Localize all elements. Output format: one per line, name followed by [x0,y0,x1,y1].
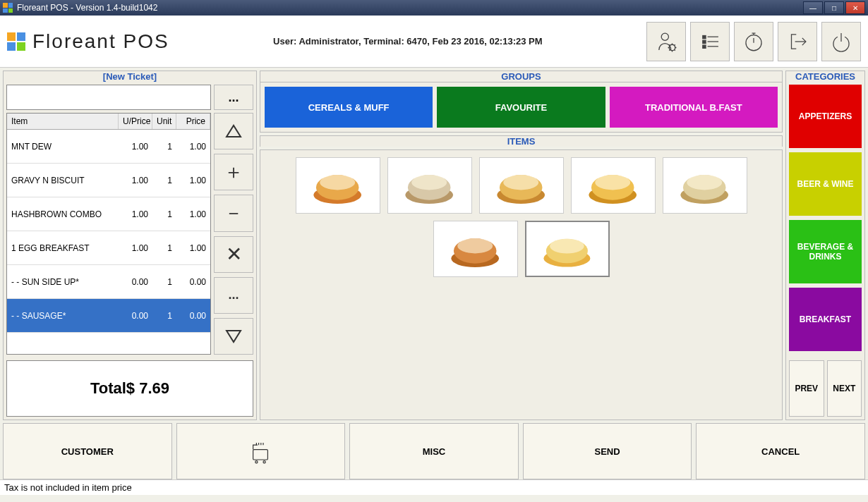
food-image [396,164,462,207]
svg-point-15 [320,175,356,190]
customer-button[interactable]: CUSTOMER [3,423,172,479]
scroll-down-button[interactable] [214,318,253,355]
ticket-row[interactable]: - - SAUSAGE*0.0010.00 [7,299,210,333]
category-button[interactable]: APPETIZERS [789,85,862,148]
food-image [304,164,370,207]
svg-point-27 [687,175,723,190]
item-7[interactable] [525,221,610,277]
window-maximize-button[interactable]: □ [824,1,844,14]
svg-rect-2 [703,35,706,38]
ticket-ellipsis-button[interactable]: ... [214,85,253,110]
stopwatch-icon [742,30,766,54]
ticket-grid: Item U/Price Unit Price MNT DEW1.0011.00… [6,113,211,355]
item-3[interactable] [479,157,564,214]
svg-rect-34 [253,450,268,460]
svg-point-24 [596,175,631,190]
ticket-row[interactable]: HASHBROWN COMBO1.0011.00 [7,197,210,231]
power-icon [829,30,853,54]
item-4[interactable] [571,157,656,214]
svg-point-30 [458,238,493,253]
triangle-up-icon [224,121,243,141]
brand-icon [7,32,25,51]
list-button[interactable] [690,22,730,61]
logout-button[interactable] [778,22,817,61]
add-button[interactable]: ＋ [214,154,253,190]
app-header: Floreant POS User: Administrator, Termin… [0,16,868,68]
svg-point-21 [504,175,539,190]
svg-point-33 [550,238,584,253]
categories-prev-button[interactable]: PREV [789,360,824,417]
ticket-row[interactable]: GRAVY N BISCUIT1.0011.00 [7,164,210,197]
power-button[interactable] [821,22,861,61]
category-button[interactable]: BEER & WINE [789,152,862,216]
ticket-panel: [New Ticket] ... Item U/Price Unit Price [3,71,257,420]
user-gear-icon [654,30,678,54]
ticket-search-input[interactable] [6,85,211,110]
window-title: Floreant POS - Version 1.4-build1042 [17,3,802,13]
item-6[interactable] [433,221,518,277]
app-icon [3,3,13,13]
user-info: User: Administrator, Terminal: 6470, Feb… [169,36,646,47]
misc-button[interactable]: MISC [349,423,519,479]
clock-button[interactable] [734,22,773,61]
group-button[interactable]: FAVOURITE [437,87,605,128]
window-minimize-button[interactable]: — [803,1,823,14]
food-image [442,227,508,271]
remove-button[interactable]: ✕ [214,236,253,273]
categories-panel: CATEGORIES APPETIZERSBEER & WINEBEVERAGE… [785,71,865,420]
svg-point-35 [255,461,258,463]
send-button[interactable]: SEND [523,423,692,479]
category-button[interactable]: BEVERAGE & DRINKS [789,220,862,283]
window-titlebar: Floreant POS - Version 1.4-build1042 — □… [0,0,868,16]
user-settings-button[interactable] [646,22,686,61]
group-button[interactable]: TRADITIONAL B.FAST [610,87,778,128]
item-2[interactable] [387,157,472,214]
svg-point-18 [412,175,447,190]
ticket-row[interactable]: - - SUN SIDE UP*0.0010.00 [7,265,210,299]
svg-rect-4 [703,45,706,48]
category-button[interactable]: BREAKFAST [789,288,862,351]
subtract-button[interactable]: － [214,195,253,231]
group-button[interactable]: CEREALS & MUFF [265,87,433,128]
groups-panel: CEREALS & MUFFFAVOURITETRADITIONAL B.FAS… [260,82,783,133]
ticket-row[interactable]: MNT DEW1.0011.00 [7,130,210,164]
more-button[interactable]: ... [214,277,253,314]
items-panel [260,149,783,420]
items-label: ITEMS [260,135,783,147]
categories-next-button[interactable]: NEXT [827,360,862,417]
status-bar: Tax is not included in item price [0,479,868,495]
food-image [579,164,646,207]
scroll-up-button[interactable] [214,113,253,149]
food-image [671,164,737,207]
item-1[interactable] [296,157,380,214]
svg-rect-3 [703,40,706,43]
svg-point-36 [263,461,265,463]
ticket-label: [New Ticket] [4,71,256,82]
cart-icon [246,437,275,465]
window-close-button[interactable]: ✕ [845,1,865,14]
brand-logo: Floreant POS [7,30,169,53]
list-icon [698,30,722,54]
ticket-total: Total$ 7.69 [6,360,253,417]
food-image [488,164,554,207]
food-image [534,228,600,271]
ticket-row[interactable]: 1 EGG BREAKFAST1.0011.00 [7,231,210,265]
groups-label: GROUPS [260,71,783,82]
cart-button[interactable] [176,423,346,479]
logout-icon [785,30,809,54]
svg-point-0 [661,33,668,40]
item-5[interactable] [663,157,747,214]
brand-text: Floreant POS [32,30,169,53]
cancel-button[interactable]: CANCEL [696,423,865,479]
triangle-down-icon [224,326,243,346]
ticket-grid-header: Item U/Price Unit Price [7,114,210,130]
categories-label: CATEGORIES [786,71,864,82]
